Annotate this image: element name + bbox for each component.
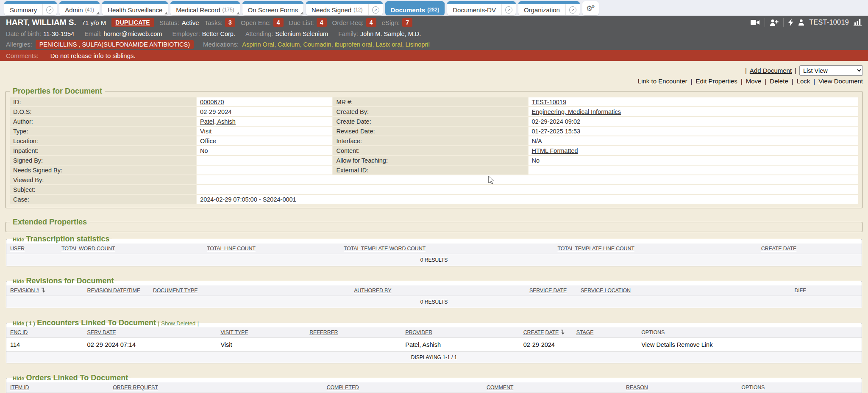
- divider: [792, 77, 793, 85]
- tab-medical-record[interactable]: Medical Record (175): [170, 1, 239, 15]
- tasks-count-badge[interactable]: 3: [225, 18, 235, 27]
- add-user-icon[interactable]: [770, 19, 779, 26]
- due-list-count-badge[interactable]: 4: [317, 18, 327, 27]
- author-link[interactable]: Patel, Ashish: [200, 118, 236, 125]
- lock-link[interactable]: Lock: [797, 77, 810, 85]
- paging-status: DISPLAYING 1-1 / 1: [6, 352, 862, 363]
- patient-name-row: HART, WILLIAM S. 71 y/o M DUPLICATE Stat…: [0, 16, 868, 29]
- tab-on-screen-forms[interactable]: On Screen Forms: [242, 1, 303, 15]
- sort-descending-icon[interactable]: [559, 327, 573, 338]
- column-header-service-date[interactable]: SERVICE DATE: [526, 285, 577, 296]
- view-details-link[interactable]: View Details: [641, 341, 675, 348]
- mr-number-link[interactable]: TEST-10019: [532, 99, 566, 105]
- column-header-comment[interactable]: COMMENT: [483, 382, 622, 393]
- attending-label: Attending:: [245, 30, 273, 37]
- chart-stats-icon[interactable]: [854, 19, 862, 26]
- column-header-completed[interactable]: COMPLETED: [323, 382, 483, 393]
- hide-link[interactable]: Hide: [13, 279, 24, 285]
- open-enc-count-badge[interactable]: 4: [273, 18, 284, 27]
- video-visit-icon[interactable]: [751, 19, 760, 26]
- popout-button[interactable]: ↗: [565, 4, 580, 15]
- section-title: Properties for Document: [10, 87, 105, 96]
- orders-table: ITEM ID ORDER REQUEST COMPLETED COMMENT …: [6, 382, 862, 393]
- tab-health-surveillance[interactable]: Health Surveillance: [102, 1, 168, 15]
- column-header-provider[interactable]: PROVIDER: [401, 327, 519, 338]
- column-header-visit-type[interactable]: VISIT TYPE: [217, 327, 306, 338]
- content-format-link[interactable]: HTML Formatted: [532, 147, 578, 154]
- link-to-encounter-link[interactable]: Link to Encounter: [638, 77, 687, 85]
- field-label: Viewed By:: [10, 175, 196, 184]
- column-header-authored-by[interactable]: AUTHORED BY: [350, 285, 526, 296]
- column-header-serv-date[interactable]: SERV DATE: [83, 327, 217, 338]
- tab-label: Medical Record: [176, 6, 220, 14]
- medications-list[interactable]: Aspirin Oral, Calcium, Coumadin, ibuprof…: [242, 41, 429, 48]
- column-header-user[interactable]: USER: [6, 244, 58, 254]
- column-header-total-template-line-count[interactable]: TOTAL TEMPLATE LINE COUNT: [554, 244, 757, 254]
- open-new-window-icon: ↗: [505, 6, 512, 14]
- tab-admin[interactable]: Admin (41): [59, 1, 100, 15]
- column-header-diff: DIFF: [790, 285, 862, 296]
- document-actions-bar: Link to Encounter Edit Properties Move D…: [5, 77, 863, 85]
- field-label: Allow for Teaching:: [333, 156, 527, 165]
- allergy-badge[interactable]: PENICILLINS , SULFA(SULFONAMIDE ANTIBIOT…: [36, 40, 194, 49]
- move-link[interactable]: Move: [746, 77, 762, 85]
- tab-documents-dv[interactable]: Documents-DV ↗: [447, 1, 516, 15]
- column-header-stage[interactable]: STAGE: [573, 327, 637, 338]
- column-header-create-date[interactable]: CREATE DATE: [757, 244, 862, 254]
- tab-documents[interactable]: Documents (282): [385, 1, 445, 15]
- edit-properties-link[interactable]: Edit Properties: [696, 77, 737, 85]
- add-document-link[interactable]: Add Document: [750, 67, 792, 74]
- esign-count-badge[interactable]: 7: [402, 18, 412, 27]
- column-header-service-location[interactable]: SERVICE LOCATION: [577, 285, 791, 296]
- section-title: Encounters Linked To Document: [37, 318, 156, 327]
- column-header-create-date[interactable]: CREATE DATE: [520, 327, 559, 338]
- column-header-revision-number[interactable]: REVISION #: [6, 285, 83, 296]
- document-id-link[interactable]: 0000670: [200, 99, 224, 105]
- patient-age-sex: 71 y/o M: [82, 19, 106, 26]
- show-deleted-link[interactable]: Show Deleted: [161, 320, 195, 327]
- status-value: Active: [182, 19, 199, 26]
- delete-link[interactable]: Delete: [770, 77, 788, 85]
- section-legend: Hide Transcription statistics: [10, 235, 112, 244]
- hide-link[interactable]: Hide ( 1 ): [13, 321, 35, 327]
- duplicate-flag-badge[interactable]: DUPLICATE: [111, 18, 154, 27]
- column-header-revision-datetime[interactable]: REVISION DATE/TIME: [83, 285, 149, 296]
- esign-label: eSign:: [382, 19, 400, 26]
- column-header-reason[interactable]: REASON: [622, 382, 737, 393]
- view-mode-select[interactable]: List View: [799, 65, 863, 76]
- table-row: Subject:: [10, 185, 858, 194]
- popout-button[interactable]: ↗: [42, 4, 57, 15]
- column-header-document-type[interactable]: DOCUMENT TYPE: [149, 285, 350, 296]
- visit-type-cell: Visit: [217, 338, 306, 352]
- hide-link[interactable]: Hide: [13, 237, 24, 243]
- hide-link[interactable]: Hide: [13, 376, 24, 382]
- section-title: Extended Properties: [10, 218, 89, 227]
- column-header-total-template-word-count[interactable]: TOTAL TEMPLATE WORD COUNT: [340, 244, 554, 254]
- created-by-link[interactable]: Engineering, Medical Informatics: [532, 108, 621, 115]
- tab-settings-button[interactable]: ⚙ ⚙: [582, 1, 599, 15]
- column-header-total-line-count[interactable]: TOTAL LINE COUNT: [203, 244, 340, 254]
- table-row: Type: Visit Revised Date: 01-27-2025 15:…: [10, 127, 858, 136]
- tab-summary[interactable]: Summary ↗: [4, 1, 57, 15]
- view-document-link[interactable]: View Document: [818, 77, 863, 85]
- tab-organization[interactable]: Organization ↗: [518, 1, 580, 15]
- create-date-value: 02-29-2024 09:02: [532, 118, 581, 125]
- create-date-cell: 02-29-2024: [520, 338, 559, 352]
- column-header-enc-id[interactable]: ENC ID: [6, 327, 83, 338]
- column-header-referrer[interactable]: REFERRER: [306, 327, 401, 338]
- remove-link-link[interactable]: Remove Link: [677, 341, 713, 348]
- column-header-order-request[interactable]: ORDER REQUEST: [109, 382, 323, 393]
- popout-button[interactable]: ↗: [368, 4, 383, 15]
- order-req-count-badge[interactable]: 4: [366, 18, 376, 27]
- tab-label: Summary: [10, 6, 37, 14]
- column-header-item-id[interactable]: ITEM ID: [6, 382, 109, 393]
- column-header-total-word-count[interactable]: TOTAL WORD COUNT: [58, 244, 203, 254]
- lightning-icon[interactable]: [788, 19, 793, 26]
- user-icon[interactable]: [798, 19, 804, 26]
- tab-label: On Screen Forms: [248, 6, 298, 14]
- section-title: Transcription statistics: [26, 235, 110, 243]
- popout-button[interactable]: ↗: [501, 4, 516, 15]
- tab-label: Admin: [65, 6, 83, 14]
- tab-needs-signed[interactable]: Needs Signed (12) ↗: [306, 1, 383, 15]
- tasks-label: Tasks:: [205, 19, 223, 26]
